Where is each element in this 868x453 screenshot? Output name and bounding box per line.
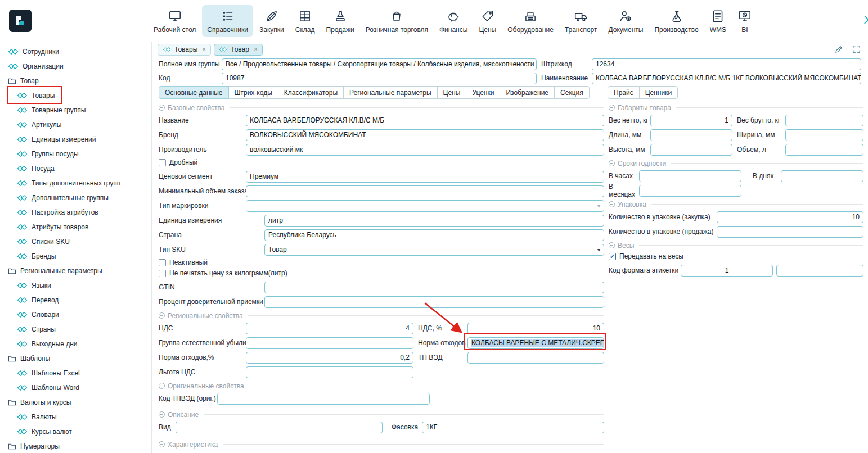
transfer-to-scales-checkbox[interactable]: ✓ [609, 253, 616, 260]
pack-purchase-input[interactable]: 10 [717, 211, 863, 223]
toolbar-item-purchases[interactable]: Закупки [254, 5, 289, 37]
min-order-input[interactable] [246, 185, 604, 197]
collapse-icon[interactable] [609, 201, 615, 207]
toolbar-item-warehouse[interactable]: Склад [290, 5, 320, 37]
toolbar-item-prices[interactable]: Цены [474, 5, 501, 37]
inactive-checkbox[interactable] [159, 259, 166, 266]
sidebar-item-sotrudniki[interactable]: Сотрудники [0, 44, 151, 59]
hours-input[interactable] [639, 170, 741, 182]
app-logo[interactable] [9, 10, 32, 32]
subtab-tsenniki[interactable]: Ценники [639, 86, 678, 99]
net-weight-input[interactable]: 1 [650, 115, 732, 126]
edit-icon[interactable] [834, 44, 844, 54]
collapse-icon[interactable] [159, 383, 165, 389]
unit-input[interactable]: литр [264, 215, 604, 226]
subtab-sektsiya[interactable]: Секция [554, 86, 590, 99]
name-input[interactable]: КОЛБАСА ВАР.БЕЛОРУССКАЯ КЛ.В/С М/Б 1КГ В… [592, 73, 861, 84]
sidebar-folder-numeratory[interactable]: Нумераторы [0, 439, 151, 453]
pack-sale-input[interactable] [717, 226, 863, 238]
vat-pct-input[interactable]: 10 [467, 323, 604, 334]
sidebar-item-posuda[interactable]: Посуда [0, 161, 151, 176]
toolbar-item-transport[interactable]: Транспорт [560, 5, 602, 37]
sidebar-item-artikuly[interactable]: Артикулы [0, 117, 151, 132]
tab-tovar[interactable]: Товар × [214, 44, 263, 56]
sidebar-item-slovari[interactable]: Словари [0, 307, 151, 322]
fractional-checkbox[interactable] [159, 159, 166, 166]
close-icon[interactable]: × [202, 46, 206, 53]
vat-benefit-input[interactable] [246, 366, 413, 378]
brand-input[interactable]: ВОЛКОВЫССКИЙ МЯСОКОМБИНАТ [246, 129, 604, 141]
length-input[interactable] [650, 129, 732, 141]
toolbar-item-sales[interactable]: Продажи [321, 5, 359, 37]
sidebar-item-kursy-valyut[interactable]: Курсы валют [0, 424, 151, 439]
tnved-input[interactable] [467, 352, 604, 364]
toolbar-item-equipment[interactable]: Оборудование [502, 5, 559, 37]
sidebar-folder-regionalnye-parametry[interactable]: Региональные параметры [0, 264, 151, 278]
months-input[interactable] [639, 185, 741, 197]
toolbar-item-bi[interactable]: BI [732, 5, 757, 37]
sidebar-item-strany[interactable]: Страны [0, 322, 151, 337]
segment-input[interactable]: Премиум [246, 171, 604, 183]
tab-tovary[interactable]: Товары × [158, 44, 211, 56]
code-input[interactable]: 10987 [222, 73, 537, 84]
kind-input[interactable] [176, 422, 383, 433]
collapse-icon[interactable] [159, 105, 165, 111]
sidebar-item-vyhodnye-dni[interactable]: Выходные дни [0, 337, 151, 351]
tnved-orig-input[interactable] [217, 393, 430, 405]
height-input[interactable] [650, 144, 732, 156]
sidebar-item-atributy-tovarov[interactable]: Атрибуты товаров [0, 220, 151, 234]
subtab-osnovnye-dannye[interactable]: Основные данные [159, 86, 229, 99]
clipped-toolbar-icon[interactable] [861, 13, 868, 26]
subtab-izobrazhenie[interactable]: Изображение [500, 86, 555, 99]
gross-weight-input[interactable] [785, 115, 863, 126]
toolbar-item-desktop[interactable]: Рабочий стол [149, 5, 201, 37]
sidebar-item-shablony-excel[interactable]: Шаблоны Excel [0, 366, 151, 380]
collapse-icon[interactable] [609, 160, 615, 166]
no-kg-price-checkbox[interactable] [159, 270, 166, 277]
loss-group-input[interactable] [246, 337, 413, 349]
expand-icon[interactable] [852, 44, 861, 54]
sidebar-item-spiski-sku[interactable]: Списки SKU [0, 234, 151, 249]
sidebar-item-tipy-dopolnitelnyh-grupp[interactable]: Типы дополнительных групп [0, 176, 151, 191]
sidebar-item-nastrojka-atributov[interactable]: Настройка атрибутов [0, 205, 151, 220]
waste-pct-input[interactable]: 0,2 [246, 352, 413, 364]
subtab-shtrih-kody[interactable]: Штрих-коды [228, 86, 278, 99]
sidebar-item-shablony-word[interactable]: Шаблоны Word [0, 380, 151, 395]
close-icon[interactable]: × [254, 46, 258, 53]
collapse-icon[interactable] [159, 411, 165, 418]
sidebar-item-tovarnye-gruppy[interactable]: Товарные группы [0, 103, 151, 117]
sidebar-item-brendy[interactable]: Бренды [0, 249, 151, 264]
subtab-tseny[interactable]: Цены [437, 86, 467, 99]
vat-input[interactable]: 4 [246, 323, 413, 334]
sidebar-item-edinitsy-izmerenij[interactable]: Единицы измерений [0, 132, 151, 147]
toolbar-item-directories[interactable]: Справочники [202, 5, 253, 37]
toolbar-item-wms[interactable]: WMS [705, 5, 731, 37]
subtab-klassifikatory[interactable]: Классификаторы [278, 86, 344, 99]
waste-norm-input[interactable]: КОЛБАСЫ ВАРЕНЫЕ С МЕТАЛИЧ.СКРЕПКА [467, 337, 604, 349]
toolbar-item-production[interactable]: Производство [649, 5, 703, 37]
days-input[interactable] [781, 170, 863, 182]
collapse-icon[interactable] [609, 105, 615, 111]
collapse-icon[interactable] [159, 312, 165, 319]
collapse-icon[interactable] [609, 242, 615, 248]
sidebar-folder-shablony[interactable]: Шаблоны [0, 351, 151, 366]
sku-type-select[interactable]: Товар▾ [264, 244, 604, 256]
label-format-code-input[interactable]: 1 [681, 265, 773, 277]
sidebar-folder-tovar[interactable]: Товар [0, 74, 151, 88]
subtab-regionalnye-parametry[interactable]: Региональные параметры [343, 86, 438, 99]
marking-type-select[interactable]: ▾ [246, 200, 604, 212]
packing-input[interactable]: 1КГ [422, 422, 604, 433]
toolbar-item-finance[interactable]: Финансы [434, 5, 473, 37]
width-input[interactable] [785, 129, 863, 141]
sidebar-folder-valyuty-i-kursy[interactable]: Валюты и курсы [0, 395, 151, 410]
sidebar-item-organizatsii[interactable]: Организации [0, 59, 151, 74]
sidebar-item-valyuty[interactable]: Валюты [0, 410, 151, 424]
subtab-utsenki[interactable]: Уценки [466, 86, 500, 99]
sidebar-item-gruppy-posudy[interactable]: Группы посуды [0, 147, 151, 161]
barcode-input[interactable]: 12634 [592, 58, 861, 70]
manufacturer-input[interactable]: волковысский мк [246, 144, 604, 156]
gtin-input[interactable] [264, 282, 604, 293]
sidebar-item-perevod[interactable]: Перевод [0, 293, 151, 307]
product-name-input[interactable]: КОЛБАСА ВАР.БЕЛОРУССКАЯ КЛ.В/С М/Б [246, 115, 604, 126]
country-input[interactable]: Республика Беларусь [264, 229, 604, 241]
